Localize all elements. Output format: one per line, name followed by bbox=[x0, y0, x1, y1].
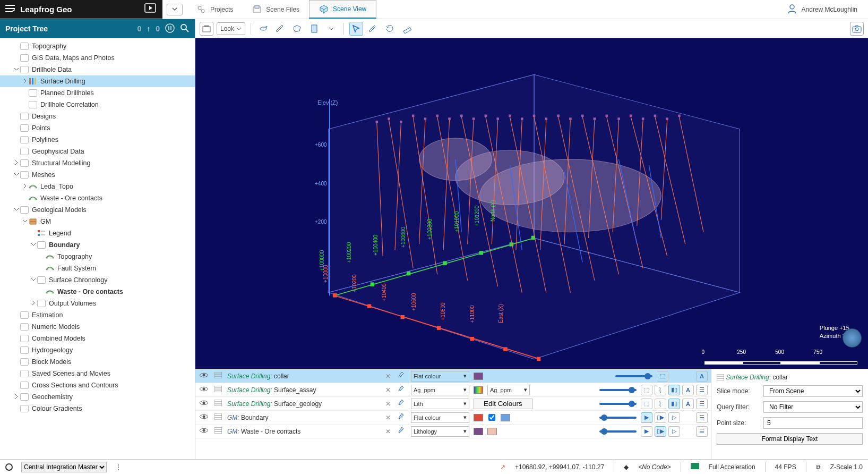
tree-caret-icon[interactable] bbox=[21, 183, 29, 190]
remove-layer-icon[interactable]: ✕ bbox=[385, 400, 394, 408]
tree-item-leda-topo[interactable]: Leda_Topo bbox=[0, 181, 195, 192]
colour-mode-select[interactable]: Flat colour▾ bbox=[411, 371, 469, 382]
edit-colours-button[interactable]: Edit Colours bbox=[474, 399, 532, 409]
tool-plane-dropdown[interactable] bbox=[324, 22, 338, 36]
clear-scene-button[interactable] bbox=[200, 22, 213, 36]
tree-item-drillhole-data[interactable]: Drillhole Data bbox=[0, 64, 195, 75]
scene-viewport[interactable]: Elev (Z) +600 +400 +200 +100000 +100200 … bbox=[195, 38, 868, 369]
tree-item-geophysical-data[interactable]: Geophysical Data bbox=[0, 146, 195, 157]
tree-up-icon[interactable]: ↑ bbox=[147, 24, 150, 33]
tree-item-legend[interactable]: Legend bbox=[0, 227, 195, 239]
layer-row[interactable]: GM: Boundary✕Flat colour▾▶▯▶▷☰ bbox=[195, 411, 711, 425]
visibility-toggle-icon[interactable] bbox=[199, 413, 209, 421]
colour-mode-icon[interactable] bbox=[398, 371, 407, 380]
layer-younger-checkbox[interactable] bbox=[488, 414, 495, 421]
visibility-toggle-icon[interactable] bbox=[199, 386, 209, 394]
opacity-slider[interactable] bbox=[599, 430, 637, 433]
tool-edit-button[interactable] bbox=[366, 22, 380, 36]
layer-play-button[interactable]: ▶ bbox=[641, 426, 652, 437]
tool-plane-button[interactable] bbox=[307, 22, 321, 36]
tree-item-planned-drillholes[interactable]: Planned Drillholes bbox=[0, 87, 195, 99]
layer-legend-button[interactable]: ☰ bbox=[696, 412, 708, 423]
look-dropdown[interactable]: Look bbox=[217, 22, 245, 35]
layer-opt-button[interactable]: ⬚ bbox=[641, 385, 652, 395]
slice-mode-select[interactable]: From Scene bbox=[763, 385, 863, 397]
tree-item-geological-models[interactable]: Geological Models bbox=[0, 204, 195, 216]
tab-scene-files[interactable]: Scene Files bbox=[243, 0, 309, 19]
tree-item-topography[interactable]: Topography bbox=[0, 251, 195, 263]
layer-row[interactable]: Surface Drilling: Surface_geology✕Lith▾E… bbox=[195, 397, 711, 411]
layer-opt-button[interactable]: ⦚ bbox=[655, 399, 666, 409]
screenshot-button[interactable] bbox=[850, 22, 864, 36]
tree-item-topography[interactable]: Topography bbox=[0, 40, 195, 52]
tree-item-estimation[interactable]: Estimation bbox=[0, 309, 195, 321]
tree-caret-icon[interactable] bbox=[30, 300, 37, 307]
tree-caret-icon[interactable] bbox=[30, 242, 37, 248]
opacity-slider[interactable] bbox=[599, 389, 637, 391]
layer-wire-button[interactable]: ▯▶ bbox=[655, 412, 666, 423]
tree-caret-icon[interactable] bbox=[13, 394, 20, 400]
layer-row[interactable]: Surface Drilling: collar✕Flat colour▾⬚A bbox=[195, 369, 711, 383]
tree-item-combined-models[interactable]: Combined Models bbox=[0, 333, 195, 344]
layer-opt-button[interactable]: ⬚ bbox=[657, 371, 668, 382]
tree-item-output-volumes[interactable]: Output Volumes bbox=[0, 298, 195, 309]
tree-item-numeric-models[interactable]: Numeric Models bbox=[0, 321, 195, 333]
zscale-icon[interactable]: ⧉ bbox=[816, 463, 821, 471]
tab-scene-view[interactable]: Scene View bbox=[309, 0, 376, 19]
visibility-toggle-icon[interactable] bbox=[199, 427, 209, 435]
central-status-icon[interactable] bbox=[5, 463, 13, 471]
tree-caret-icon[interactable] bbox=[21, 78, 29, 84]
tool-lasso-button[interactable] bbox=[290, 22, 304, 36]
layer-label-button[interactable]: A bbox=[682, 399, 694, 409]
opacity-slider[interactable] bbox=[599, 417, 637, 419]
colour-mode-icon[interactable] bbox=[398, 385, 407, 394]
tree-item-boundary[interactable]: Boundary bbox=[0, 239, 195, 251]
layer-legend-button[interactable]: ☰ bbox=[696, 399, 708, 409]
layer-interval-button[interactable]: ▮▯ bbox=[668, 385, 680, 395]
layer-play-button[interactable]: ▶ bbox=[641, 412, 652, 423]
tree-caret-icon[interactable] bbox=[21, 218, 29, 225]
layer-opt-button[interactable]: ⦚ bbox=[655, 385, 666, 395]
tree-item-points[interactable]: Points bbox=[0, 122, 195, 134]
tab-projects[interactable]: Projects bbox=[187, 0, 243, 19]
tree-item-cross-sections-and-contours[interactable]: Cross Sections and Contours bbox=[0, 379, 195, 391]
remove-layer-icon[interactable]: ✕ bbox=[385, 414, 394, 421]
layer-label-button[interactable]: A bbox=[682, 385, 694, 395]
tree-item-geochemistry[interactable]: Geochemistry bbox=[0, 391, 195, 403]
remove-layer-icon[interactable]: ✕ bbox=[385, 428, 394, 435]
tool-orbit-button[interactable] bbox=[256, 22, 270, 36]
tree-item-drillhole-correlation[interactable]: Drillhole Correlation bbox=[0, 99, 195, 111]
tool-draw-button[interactable] bbox=[273, 22, 287, 36]
tree-pause-icon[interactable] bbox=[165, 23, 175, 35]
tree-item-hydrogeology[interactable]: Hydrogeology bbox=[0, 344, 195, 356]
layer-legend-button[interactable]: ☰ bbox=[696, 426, 708, 437]
tree-item-surface-chronology[interactable]: Surface Chronology bbox=[0, 274, 195, 286]
tree-caret-icon[interactable] bbox=[13, 160, 20, 166]
colour-mode-icon[interactable] bbox=[398, 413, 407, 422]
recent-dropdown[interactable] bbox=[167, 4, 183, 15]
user-menu[interactable]: Andrew McLoughlin bbox=[787, 3, 857, 15]
tree-item-fault-system[interactable]: Fault System bbox=[0, 263, 195, 274]
tool-rotate-button[interactable] bbox=[383, 22, 397, 36]
colour-mode-select[interactable]: Ag_ppm▾ bbox=[411, 385, 469, 395]
layer-outline-button[interactable]: ▷ bbox=[668, 412, 680, 423]
tool-measure-button[interactable] bbox=[400, 22, 414, 36]
layer-interval-button[interactable]: ▮▯ bbox=[668, 399, 680, 409]
colour-mode-icon[interactable] bbox=[398, 427, 407, 436]
colour-mode-select[interactable]: Flat colour▾ bbox=[411, 412, 469, 423]
visibility-toggle-icon[interactable] bbox=[199, 372, 209, 380]
point-size-input[interactable] bbox=[763, 417, 863, 429]
colour-mode-icon[interactable] bbox=[398, 399, 407, 408]
central-project-select[interactable]: Central Integration Master bbox=[21, 462, 107, 472]
layer-row[interactable]: GM: Waste - Ore contacts✕Lithology▾▶▯▶▷☰ bbox=[195, 425, 711, 438]
query-filter-select[interactable]: No Filter bbox=[763, 401, 863, 413]
play-icon[interactable] bbox=[138, 3, 162, 15]
tree-search-icon[interactable] bbox=[180, 23, 190, 35]
tree-caret-icon[interactable] bbox=[13, 207, 20, 213]
opacity-slider[interactable] bbox=[615, 375, 652, 377]
tree-item-surface-drilling[interactable]: Surface Drilling bbox=[0, 75, 195, 87]
format-display-text-button[interactable]: Format Display Text bbox=[717, 433, 863, 445]
tree-item-gm[interactable]: GM bbox=[0, 216, 195, 227]
colour-mode-select[interactable]: Lithology▾ bbox=[411, 426, 469, 437]
tree-caret-icon[interactable] bbox=[13, 172, 20, 178]
